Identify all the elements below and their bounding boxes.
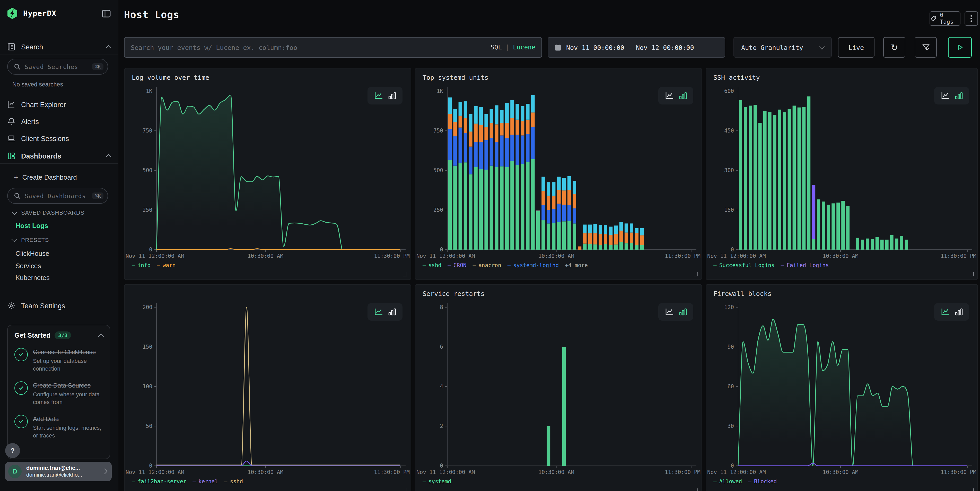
tags-label: 0 Tags	[940, 12, 960, 25]
resize-handle[interactable]	[694, 488, 698, 491]
sidebar-item-clickhouse[interactable]: ClickHouse	[16, 249, 49, 257]
user-menu[interactable]: D dominic.tran@clic... dominic.tran@clic…	[5, 462, 112, 481]
checklist-item-sources[interactable]: Create Data SourcesConfigure where your …	[14, 380, 103, 406]
bar-Successful Logins	[841, 201, 845, 249]
legend-item[interactable]: —Blocked	[748, 478, 777, 484]
svg-text:0: 0	[730, 246, 734, 253]
legend-more-link[interactable]: +4 more	[565, 262, 588, 268]
sidebar-item-chart-explorer[interactable]: Chart Explorer	[0, 98, 118, 111]
section-saved-dashboards[interactable]: SAVED DASHBOARDS	[12, 210, 84, 216]
bar-chart-icon[interactable]	[388, 308, 396, 316]
app-window: HyperDX Search Saved Searches ⌘K No save…	[0, 0, 980, 491]
bar-sshd	[640, 245, 644, 249]
legend-item[interactable]: —kernel	[192, 478, 218, 484]
sidebar-item-dashboards[interactable]: Dashboards	[0, 149, 118, 163]
line-chart-icon[interactable]	[374, 92, 383, 100]
bar-sshd	[583, 244, 587, 249]
svg-text:750: 750	[143, 128, 152, 134]
line-chart-icon[interactable]	[940, 92, 950, 100]
event-search-input[interactable]: Search your events w/ Lucene ex. column:…	[124, 37, 542, 58]
filter-button[interactable]	[915, 37, 937, 58]
legend-item[interactable]: —sshd	[224, 478, 243, 484]
series-line-sshd	[156, 307, 400, 465]
bar-CRON	[505, 138, 509, 167]
line-chart-icon[interactable]	[940, 308, 950, 316]
svg-text:4: 4	[440, 383, 443, 389]
resize-handle[interactable]	[694, 272, 698, 276]
sidebar-item-services[interactable]: Services	[16, 262, 41, 270]
sidebar-item-host-logs[interactable]: Host Logs	[16, 222, 48, 230]
bar-Successful Logins	[875, 237, 879, 249]
resize-handle[interactable]	[403, 272, 407, 276]
bar-systemd-logind	[547, 182, 550, 195]
bar-CRON	[464, 133, 467, 162]
sidebar-item-search[interactable]: Search	[0, 40, 118, 54]
progress-badge: 3/3	[54, 331, 71, 339]
bar-chart-icon[interactable]	[955, 308, 963, 316]
sidebar-item-client-sessions[interactable]: Client Sessions	[0, 132, 118, 145]
tags-button[interactable]: 0 Tags	[929, 11, 961, 26]
bar-anacron	[541, 191, 545, 205]
saved-dashboards-input[interactable]: Saved Dashboards ⌘K	[7, 188, 108, 204]
legend-item[interactable]: —Allowed	[713, 478, 742, 484]
bar-Successful Logins	[827, 205, 830, 249]
checklist-item-add-data[interactable]: Add DataStart sending logs, metrics, or …	[14, 414, 103, 440]
refresh-button[interactable]: ↻	[883, 37, 905, 58]
chevron-up-icon	[106, 45, 112, 51]
sidebar-item-alerts[interactable]: Alerts	[0, 115, 118, 128]
lucene-toggle[interactable]: Lucene	[513, 44, 535, 51]
saved-searches-input[interactable]: Saved Searches ⌘K	[7, 59, 108, 75]
granularity-select[interactable]: Auto Granularity	[733, 37, 832, 58]
help-button[interactable]: ?	[5, 443, 20, 458]
resize-handle[interactable]	[970, 488, 974, 491]
bar-sshd	[484, 170, 488, 249]
user-name: dominic.tran@clic...	[26, 464, 98, 472]
legend-item[interactable]: —warn	[157, 262, 175, 268]
resize-handle[interactable]	[403, 488, 407, 491]
sidebar-item-team-settings[interactable]: Team Settings	[0, 299, 118, 312]
chevron-up-icon[interactable]	[98, 334, 104, 339]
line-chart-icon[interactable]	[665, 308, 674, 316]
legend-item[interactable]: —Failed Logins	[781, 262, 829, 268]
legend-item[interactable]: —CRON	[447, 262, 466, 268]
user-email: dominic.tran@clickho...	[26, 472, 98, 478]
legend-item[interactable]: —anacron	[473, 262, 501, 268]
line-chart-icon[interactable]	[665, 92, 674, 100]
bar-Successful Logins	[744, 107, 747, 249]
chart-panel-systemd-units: 02505007501KNov 11 12:00:00 AM10:30:00 A…	[415, 68, 702, 280]
bar-chart-icon[interactable]	[679, 308, 687, 316]
checklist-item-connect[interactable]: Connect to ClickHouseSet up your databas…	[14, 347, 103, 373]
legend-item[interactable]: —systemd-logind	[508, 262, 559, 268]
date-range-value: Nov 11 00:00:00 - Nov 12 00:00:00	[566, 43, 694, 51]
collapse-sidebar-icon[interactable]	[102, 10, 111, 17]
more-menu-button[interactable]	[964, 11, 978, 26]
bar-chart-icon[interactable]	[679, 92, 687, 100]
legend-item[interactable]: —systemd	[423, 478, 451, 484]
section-presets[interactable]: PRESETS	[12, 237, 49, 243]
bar-chart-icon[interactable]	[388, 92, 396, 100]
bar-systemd-logind	[531, 95, 535, 113]
chart-legend: —info—warn	[132, 262, 176, 268]
svg-text:0: 0	[730, 463, 734, 469]
bar-chart-icon[interactable]	[955, 92, 963, 100]
bar-sshd	[515, 165, 519, 249]
svg-text:500: 500	[143, 167, 152, 173]
resize-handle[interactable]	[970, 272, 974, 276]
check-circle-icon	[14, 381, 28, 395]
svg-text:1K: 1K	[146, 88, 153, 94]
sidebar-item-kubernetes[interactable]: Kubernetes	[16, 274, 50, 281]
bar-systemd-logind	[521, 106, 525, 121]
date-range-input[interactable]: Nov 11 00:00:00 - Nov 12 00:00:00	[548, 37, 725, 58]
bar-CRON	[479, 142, 483, 169]
run-query-button[interactable]	[948, 37, 972, 58]
legend-item[interactable]: —Successful Logins	[713, 262, 775, 268]
sql-toggle[interactable]: SQL	[491, 44, 502, 51]
line-chart-icon[interactable]	[374, 308, 383, 316]
create-dashboard-button[interactable]: + Create Dashboard	[0, 170, 118, 184]
bar-systemd-logind	[484, 114, 488, 127]
input-placeholder: Saved Dashboards	[25, 192, 88, 199]
live-button[interactable]: Live	[838, 37, 875, 58]
legend-item[interactable]: —sshd	[423, 262, 441, 268]
legend-item[interactable]: —fail2ban-server	[132, 478, 186, 484]
legend-item[interactable]: —info	[132, 262, 151, 268]
